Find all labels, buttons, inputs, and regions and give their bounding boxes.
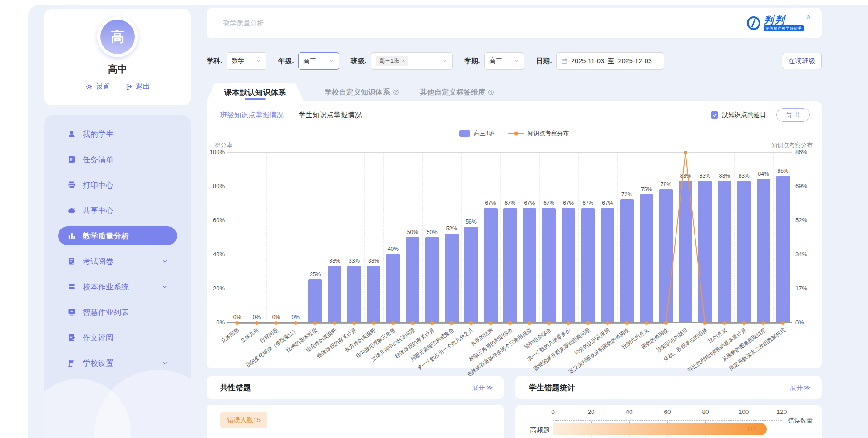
subject-select[interactable]: 数学 — [227, 52, 266, 70]
sidebar-item-label: 学校设置 — [83, 358, 113, 368]
gridline — [247, 153, 247, 322]
bar[interactable] — [425, 237, 439, 323]
expand-label: 展开 — [472, 383, 485, 392]
bar[interactable] — [406, 237, 419, 323]
sidebar-item-books[interactable]: 校本作业系统 — [58, 277, 177, 296]
bar-value-label: 78% — [656, 181, 676, 188]
bar[interactable] — [386, 254, 400, 322]
gridline — [773, 153, 774, 322]
y-axis-tick-left: 60% — [207, 217, 225, 224]
bar[interactable] — [445, 234, 459, 322]
legend-item[interactable]: 知识点考察分布 — [508, 129, 569, 138]
sidebar-item-essay[interactable]: 作文评阅 — [58, 328, 177, 347]
mini-x-axis — [553, 420, 782, 421]
tag-close-icon[interactable]: × — [402, 58, 405, 64]
bar-value-label: 84% — [754, 171, 773, 177]
bar[interactable] — [679, 181, 692, 322]
tab-label: 学校自定义知识体系 — [325, 88, 390, 97]
bar[interactable] — [581, 208, 595, 322]
gridline — [325, 153, 326, 322]
mini-x-tick: 120 — [777, 408, 787, 415]
page-title-bar: 教学质量分析 判判 评估精准教学好帮手 ® — [207, 8, 822, 38]
question-circle-icon — [393, 89, 399, 95]
grade-select[interactable]: 高三 — [298, 52, 339, 70]
bar[interactable] — [620, 199, 634, 322]
mini-x-tick: 60 — [664, 408, 671, 415]
chevron-down-icon — [329, 58, 334, 64]
bar-value-label: 0% — [247, 314, 266, 320]
student-errors-expand-link[interactable]: 展开 ≫ — [790, 383, 811, 392]
gridline — [782, 420, 782, 438]
bar[interactable] — [640, 194, 653, 322]
gridline — [637, 153, 637, 322]
bar-value-label: 67% — [598, 200, 617, 206]
bar[interactable] — [503, 208, 517, 322]
sidebar-item-label: 作文评阅 — [83, 333, 113, 343]
subtab-2[interactable]: 学生知识点掌握情况 — [299, 110, 362, 120]
bar-value-label: 67% — [559, 200, 578, 206]
bar[interactable] — [776, 176, 790, 323]
subtab-1[interactable]: 班级知识点掌握情况 — [220, 110, 284, 120]
sidebar-item-label: 任务清单 — [83, 154, 113, 165]
tab-3[interactable]: 其他自定义标签维度 — [420, 83, 494, 101]
chevron-down-icon — [256, 58, 261, 64]
bar[interactable] — [601, 208, 614, 322]
sidebar-item-exam[interactable]: 考试阅卷 — [58, 252, 177, 271]
divider — [118, 83, 118, 90]
monitor-icon — [67, 308, 76, 317]
gridline — [422, 153, 423, 322]
bar[interactable] — [367, 266, 380, 322]
gridline — [578, 153, 579, 322]
gridline — [403, 153, 403, 322]
bar[interactable] — [484, 208, 498, 322]
logout-icon — [125, 83, 133, 90]
bar[interactable] — [718, 181, 731, 322]
bar[interactable] — [737, 181, 751, 322]
gridline — [442, 153, 442, 322]
legend-item[interactable]: 高三1班 — [459, 129, 495, 138]
bar-value-label: 33% — [364, 258, 384, 264]
sidebar-item-tasks[interactable]: 任务清单 — [58, 150, 177, 169]
sidebar-item-bar-chart[interactable]: 教学质量分析 — [58, 226, 177, 245]
bar[interactable] — [328, 266, 341, 322]
sidebar-item-cloud[interactable]: 共享中心 — [58, 201, 177, 220]
gridline — [656, 153, 656, 322]
tab-1[interactable]: 课本默认知识体系 — [207, 83, 304, 101]
sidebar-item-monitor[interactable]: 智慧作业列表 — [58, 303, 177, 322]
gridline — [520, 153, 520, 322]
reading-class-button[interactable]: 在读班级 — [782, 53, 822, 69]
term-select[interactable]: 高三 — [484, 52, 524, 70]
grade-value: 高三 — [303, 57, 316, 65]
logout-button[interactable]: 退出 — [125, 82, 150, 91]
settings-button[interactable]: 设置 — [85, 82, 110, 91]
chevron-down-icon — [162, 258, 168, 264]
date-range-picker[interactable]: 2025-11-03 至 2025-12-03 — [556, 52, 664, 70]
sidebar-item-printer[interactable]: 打印中心 — [58, 175, 177, 194]
bar[interactable] — [464, 227, 478, 322]
chevron-down-icon — [514, 58, 519, 64]
y-axis-tick-left: 80% — [207, 183, 225, 189]
bar[interactable] — [542, 208, 556, 322]
bar[interactable] — [659, 189, 673, 323]
bar-value-label: 40% — [383, 246, 403, 252]
mini-bar[interactable] — [553, 423, 767, 435]
bar[interactable] — [562, 208, 575, 322]
no-knowledge-checkbox[interactable]: 没知识点的题目 — [711, 111, 766, 119]
brand-logo: 判判 评估精准教学好帮手 ® — [746, 15, 810, 31]
class-select[interactable]: 高三1班 × — [371, 52, 453, 70]
bar-line-chart: 0%0%0%0%25%33%33%33%40%50%50%52%56%67%67… — [227, 152, 792, 323]
bar[interactable] — [347, 266, 361, 322]
gridline — [383, 153, 384, 322]
bar[interactable] — [757, 179, 770, 322]
mini-x-tick: 100 — [739, 408, 749, 415]
common-errors-expand-link[interactable]: 展开 ≫ — [472, 383, 493, 392]
export-button[interactable]: 导出 — [776, 108, 810, 122]
divider — [291, 112, 291, 119]
bar[interactable] — [523, 208, 536, 322]
knowledge-panel: 班级知识点掌握情况学生知识点掌握情况 没知识点的题目 导出 高三1班知识点考察分… — [207, 101, 822, 368]
subject-label: 学科: — [207, 57, 222, 65]
tab-2[interactable]: 学校自定义知识体系 — [325, 83, 399, 101]
sidebar-item-user[interactable]: 我的学生 — [58, 124, 177, 144]
bar[interactable] — [308, 279, 322, 322]
bar[interactable] — [698, 181, 712, 322]
